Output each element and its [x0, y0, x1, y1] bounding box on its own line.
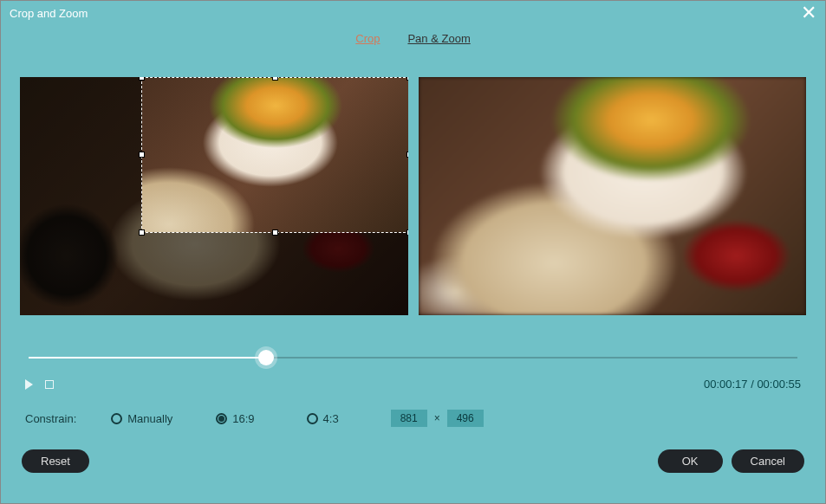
radio-4-3[interactable]: 4:3 [307, 412, 339, 425]
crop-handle-ml[interactable] [139, 152, 145, 158]
result-preview [419, 77, 807, 315]
radio-icon [307, 413, 318, 424]
source-preview [20, 77, 408, 315]
radio-label-169: 16:9 [232, 412, 254, 425]
radio-label-43: 4:3 [323, 412, 339, 425]
playback-row: 00:00:17 / 00:00:55 [25, 378, 801, 391]
crop-handle-tr[interactable] [406, 77, 408, 81]
dimension-x-icon: × [434, 412, 440, 424]
timeline-fill [29, 357, 266, 359]
radio-manually[interactable]: Manually [111, 412, 172, 425]
timeline-playhead[interactable] [258, 350, 274, 365]
close-icon[interactable]: ✕ [801, 3, 816, 23]
crop-handle-mr[interactable] [406, 152, 408, 158]
crop-handle-bl[interactable] [139, 229, 145, 236]
radio-label-manually: Manually [127, 412, 172, 425]
constrain-label: Constrain: [25, 412, 76, 425]
radio-16-9[interactable]: 16:9 [216, 412, 254, 425]
crop-handle-tl[interactable] [139, 77, 145, 81]
constrain-row: Constrain: Manually 16:9 4:3 × [25, 410, 801, 427]
tab-bar: Crop Pan & Zoom [1, 25, 825, 51]
result-image [419, 77, 807, 315]
dialog-crop-zoom: Crop and Zoom ✕ Crop Pan & Zoom [0, 0, 826, 504]
cancel-button[interactable]: Cancel [732, 449, 804, 473]
stop-icon[interactable] [45, 380, 54, 389]
width-input[interactable] [391, 410, 427, 427]
crop-inner-image [142, 78, 408, 232]
footer: Reset OK Cancel [22, 449, 804, 473]
crop-handle-bm[interactable] [272, 229, 278, 236]
radio-dot-icon [218, 416, 224, 422]
timeline[interactable] [29, 357, 797, 359]
height-input[interactable] [447, 410, 484, 427]
crop-handle-br[interactable] [406, 229, 408, 236]
crop-handle-tm[interactable] [272, 77, 278, 81]
tab-pan-zoom[interactable]: Pan & Zoom [407, 32, 470, 45]
crop-selection[interactable] [141, 77, 408, 233]
time-display: 00:00:17 / 00:00:55 [704, 378, 801, 391]
reset-button[interactable]: Reset [22, 449, 89, 473]
titlebar: Crop and Zoom ✕ [1, 1, 825, 25]
time-current: 00:00:17 [704, 378, 748, 391]
time-total: 00:00:55 [757, 378, 801, 391]
play-icon[interactable] [25, 379, 33, 390]
radio-icon [111, 413, 122, 424]
radio-icon [216, 413, 227, 424]
tab-crop[interactable]: Crop [355, 32, 380, 45]
dimension-inputs: × [391, 410, 484, 427]
preview-area [1, 51, 825, 315]
window-title: Crop and Zoom [10, 7, 88, 20]
ok-button[interactable]: OK [658, 449, 723, 473]
